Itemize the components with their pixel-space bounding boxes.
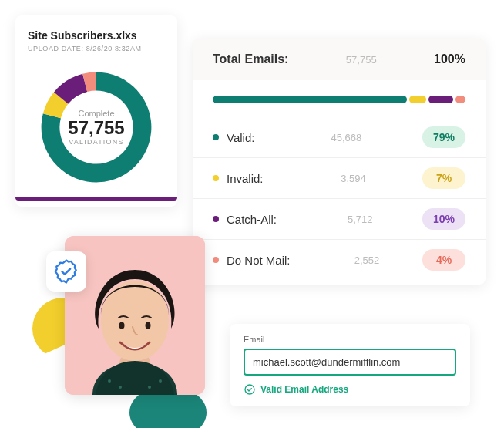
totals-row: Catch-All:5,71210% — [193, 198, 486, 239]
subscribers-card-accent — [15, 197, 177, 201]
donut-validations-label: VALIDATIONS — [68, 138, 124, 146]
totals-card: Total Emails: 57,755 100% Valid:45,66879… — [193, 39, 486, 285]
row-percent-pill: 79% — [422, 126, 465, 148]
bar-segment — [455, 96, 465, 103]
totals-header: Total Emails: 57,755 100% — [193, 39, 486, 80]
svg-point-7 — [148, 386, 151, 389]
legend-dot-icon — [213, 175, 219, 181]
svg-point-5 — [108, 379, 111, 383]
row-percent-pill: 10% — [422, 208, 465, 230]
legend-dot-icon — [213, 257, 219, 263]
bar-segment — [213, 96, 407, 103]
validation-donut-chart: Complete 57,755 VALIDATIONS — [31, 62, 162, 193]
row-count: 3,594 — [320, 173, 366, 184]
row-label: Catch-All: — [227, 213, 277, 226]
totals-percent: 100% — [434, 52, 465, 66]
totals-row: Invalid:3,5947% — [193, 157, 486, 198]
bar-segment — [409, 96, 426, 103]
donut-count: 57,755 — [68, 118, 124, 138]
row-label: Valid: — [227, 131, 254, 144]
row-label: Do Not Mail: — [227, 254, 291, 267]
email-valid-message: Valid Email Address — [260, 384, 348, 395]
svg-point-3 — [119, 322, 125, 329]
row-percent-pill: 7% — [422, 167, 465, 189]
subscribers-card: Site Subscribers.xlxs UPLOAD DATE: 8/26/… — [15, 15, 177, 207]
check-circle-icon — [244, 383, 256, 396]
totals-stacked-bar — [213, 96, 465, 103]
row-count: 2,552 — [333, 254, 379, 266]
email-field-label: Email — [244, 335, 456, 344]
row-percent-pill: 4% — [422, 249, 465, 271]
totals-row: Do Not Mail:2,5524% — [193, 239, 486, 280]
legend-dot-icon — [213, 216, 219, 222]
legend-dot-icon — [213, 134, 219, 140]
totals-row: Valid:45,66879% — [193, 117, 486, 157]
row-count: 5,712 — [327, 214, 373, 225]
svg-point-6 — [119, 386, 122, 389]
row-label: Invalid: — [227, 172, 264, 185]
email-input[interactable]: michael.scott@dundermifflin.com — [244, 349, 456, 376]
totals-rows: Valid:45,66879%Invalid:3,5947%Catch-All:… — [193, 117, 486, 280]
svg-point-8 — [159, 379, 162, 383]
donut-center: Complete 57,755 VALIDATIONS — [68, 109, 124, 146]
subscribers-title: Site Subscribers.xlxs — [28, 29, 165, 42]
email-valid-row: Valid Email Address — [244, 383, 456, 396]
subscribers-upload-meta: UPLOAD DATE: 8/26/20 8:32AM — [28, 45, 165, 52]
verified-badge — [46, 251, 86, 292]
bar-segment — [428, 96, 453, 103]
verified-seal-icon — [53, 258, 79, 285]
row-count: 45,668 — [315, 132, 361, 143]
svg-point-4 — [146, 322, 151, 329]
svg-point-9 — [245, 385, 254, 394]
totals-label: Total Emails: — [213, 52, 288, 66]
totals-count: 57,755 — [346, 54, 377, 66]
email-validator-card: Email michael.scott@dundermifflin.com Va… — [230, 324, 470, 406]
